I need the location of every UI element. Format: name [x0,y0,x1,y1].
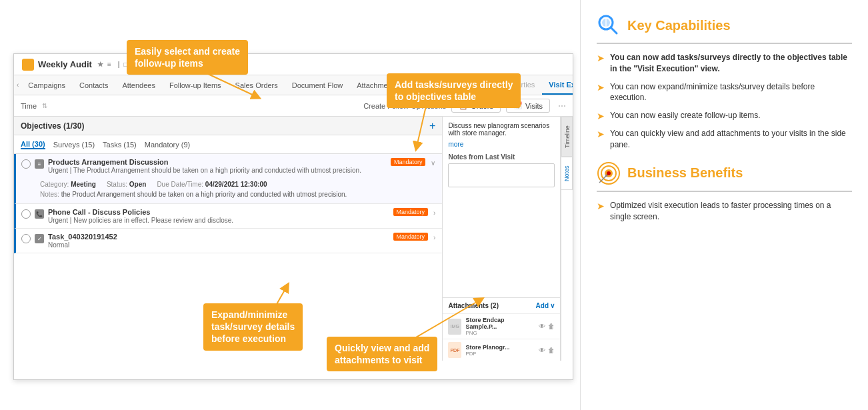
more-notes-link[interactable]: more [448,141,555,148]
file-name-1: Store Endcap Sample.P... [465,317,535,330]
file-info-1: Store Endcap Sample.P... PNG [465,317,535,336]
obj-content-1: Products Arrangement Discussion Urgent |… [48,158,387,174]
chevron-icon-3: ➤ [597,111,605,121]
capability-text-4: You can quickly view and add attachments… [610,128,852,151]
obj-type-icon-2: 📞 [35,209,44,219]
callout-attachments: Quickly view and addattachments to visit [327,337,437,371]
svg-point-11 [607,171,611,175]
obj-subtitle-3: Normal [48,241,389,249]
notes-content: Discuss new planogram scenarios with sto… [443,117,560,297]
attachments-title: Attachments (2) [448,302,499,309]
file-actions-1: 👁 🗑 [539,323,555,330]
business-benefits-section: Business Benefits ➤ Optimized visit exec… [597,161,852,223]
sort-icon[interactable]: ⇅ [42,102,47,109]
obj-subtitle-2: Urgent | New policies are in effect. Ple… [48,217,389,224]
benefit-text-1: Optimized visit execution leads to faste… [610,200,852,223]
side-notes-panel: Discuss new planogram scenarios with sto… [443,117,561,361]
obj-content-3: Task_040320191452 Normal [48,233,389,249]
attachments-section: Attachments (2) Add ∨ IMG Store Endcap S… [443,297,560,361]
delete-file-2[interactable]: 🗑 [548,347,555,354]
notes-textarea[interactable] [448,163,555,187]
capability-text-2: You can now expand/minimize tasks/survey… [610,81,852,104]
mandatory-badge-1: Mandatory [391,158,426,166]
add-attachment-button[interactable]: Add ∨ [536,302,555,309]
search-capabilities-icon [597,13,621,37]
filter-tasks[interactable]: Tasks (15) [103,141,137,149]
nav-prev[interactable]: ‹ [17,81,19,89]
target-icon [597,161,621,185]
filter-all[interactable]: All (30) [21,140,45,149]
key-capabilities-header: Key Capabilities [597,13,852,37]
delete-file-1[interactable]: 🗑 [548,323,555,330]
tab-contacts[interactable]: Contacts [73,75,115,95]
chevron-icon-2: ➤ [597,82,605,93]
notes-discussion-text: Discuss new planogram scenarios with sto… [448,122,555,137]
attachments-header: Attachments (2) Add ∨ [443,297,560,313]
objectives-title: Objectives (1/30) [21,121,84,131]
file-name-2: Store Planogr... [465,344,535,351]
title-bar: Weekly Audit ★ ≡ | □ ⊕ [14,54,573,75]
objectives-header: Objectives (1/30) + [14,117,442,135]
obj-content-2: Phone Call - Discuss Policies Urgent | N… [48,208,389,224]
add-objective-button[interactable]: + [429,120,435,132]
capability-text-1: You can now add tasks/surveys directly t… [610,52,852,75]
file-icon-1: IMG [448,319,461,335]
obj-type-icon-3: ✓ [35,234,44,243]
info-panel: Key Capabilities ➤ You can now add tasks… [580,0,868,410]
attachment-item-2: PDF Store Planogr... PDF 👁 🗑 [443,339,560,361]
business-benefits-header: Business Benefits [597,161,852,185]
chevron-icon-5: ➤ [597,201,605,211]
obj-title-2: Phone Call - Discuss Policies [48,208,389,216]
file-info-2: Store Planogr... PDF [465,344,535,357]
tab-campaigns[interactable]: Campaigns [21,75,73,95]
objective-item-1: ≡ Products Arrangement Discussion Urgent… [14,154,442,204]
tab-visitexecution[interactable]: Visit Execution [542,75,573,95]
view-file-2[interactable]: 👁 [539,347,545,354]
tab-docflow[interactable]: Document Flow [285,75,350,95]
app-title: Weekly Audit [38,59,92,69]
obj-expand-3[interactable]: › [432,233,437,243]
capability-item-4: ➤ You can quickly view and add attachmen… [597,128,852,151]
obj-expand-2[interactable]: › [432,208,437,218]
attachment-item-1: IMG Store Endcap Sample.P... PNG 👁 🗑 [443,313,560,339]
obj-details-1: Category: Meeting Status: Open Due Date/… [16,178,442,203]
file-type-1: PNG [465,330,535,336]
obj-checkbox-1[interactable] [21,159,31,169]
filter-tabs: All (30) Surveys (15) Tasks (15) Mandato… [14,135,442,154]
callout-followup: Easily select and createfollow-up items [127,40,248,75]
tab-salesorders[interactable]: Sales Orders [229,75,285,95]
timeline-tab[interactable]: Timeline [561,117,573,157]
chevron-icon-1: ➤ [597,53,605,63]
tab-followup[interactable]: Follow-up Items [163,75,229,95]
capability-text-3: You can now easily create follow-up item… [610,110,761,121]
mandatory-badge-3: Mandatory [393,233,429,241]
more-options-icon[interactable]: ⋯ [558,101,566,111]
objective-item-2: 📞 Phone Call - Discuss Policies Urgent |… [14,204,442,229]
key-capabilities-title: Key Capabilities [627,18,731,33]
file-type-2: PDF [465,351,535,357]
key-capabilities-divider [597,43,852,44]
capability-item-3: ➤ You can now easily create follow-up it… [597,110,852,121]
filter-surveys[interactable]: Surveys (15) [53,141,95,149]
benefit-item-1: ➤ Optimized visit execution leads to fas… [597,200,852,223]
obj-checkbox-2[interactable] [21,209,31,219]
obj-checkbox-3[interactable] [21,234,31,243]
objectives-list: ≡ Products Arrangement Discussion Urgent… [14,154,442,253]
notes-from-last-label: Notes from Last Visit [448,153,555,161]
obj-subtitle-1: Urgent | The Product Arrangement should … [48,167,387,174]
callout-expand: Expand/minimizetask/survey detailsbefore… [203,303,303,351]
capability-item-2: ➤ You can now expand/minimize tasks/surv… [597,81,852,104]
chevron-icon-4: ➤ [597,129,605,139]
vertical-tabs: Timeline Notes [561,117,573,361]
filter-mandatory[interactable]: Mandatory (9) [145,141,190,149]
capability-item-1: ➤ You can now add tasks/surveys directly… [597,52,852,75]
view-file-1[interactable]: 👁 [539,323,545,330]
tab-attendees[interactable]: Attendees [115,75,163,95]
business-benefits-divider [597,191,852,192]
obj-title-3: Task_040320191452 [48,233,389,241]
callout-addtasks: Add tasks/surveys directlyto objectives … [387,73,521,108]
objective-item-3: ✓ Task_040320191452 Normal Mandatory › [14,229,442,253]
notes-tab-vertical[interactable]: Notes [561,157,573,190]
obj-expand-1[interactable]: ∨ [429,158,437,168]
time-label: Time [21,102,37,110]
